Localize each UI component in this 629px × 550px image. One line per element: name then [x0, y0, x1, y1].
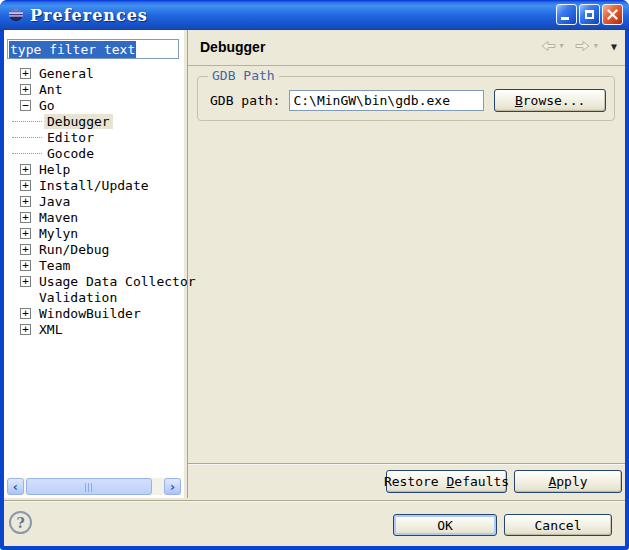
view-menu-icon[interactable]: ▼ [611, 41, 617, 52]
tree-item-debugger[interactable]: Debugger [4, 113, 184, 129]
expand-plus-icon[interactable]: + [20, 180, 31, 191]
navigation-panel: type filter text +General+Ant−GoDebugger… [4, 30, 184, 498]
tree-item-label: XML [36, 322, 65, 337]
expand-plus-icon[interactable]: + [20, 260, 31, 271]
expand-plus-icon[interactable]: + [20, 68, 31, 79]
gdb-path-group: GDB Path GDB path: Browse... [197, 76, 615, 121]
tree-item-label: Team [36, 258, 73, 273]
expand-plus-icon[interactable]: + [20, 276, 31, 287]
tree-item-label: Editor [44, 130, 97, 145]
tree-item-run-debug[interactable]: +Run/Debug [4, 241, 184, 257]
ok-button[interactable]: OK [393, 514, 497, 536]
expand-plus-icon[interactable]: + [20, 212, 31, 223]
filter-input[interactable]: type filter text [7, 39, 179, 59]
page-header: Debugger ▼ ▼ ▼ [188, 30, 625, 66]
settings-panel: Debugger ▼ ▼ ▼ GDB Path GDB path: [188, 30, 625, 498]
help-button[interactable]: ? [9, 511, 32, 534]
tree-item-label: Maven [36, 210, 81, 225]
tree-item-team[interactable]: +Team [4, 257, 184, 273]
gdb-path-label: GDB path: [210, 93, 280, 108]
browse-button[interactable]: Browse... [494, 89, 606, 112]
preferences-dialog: Preferences type filter text +General+An… [0, 0, 629, 550]
back-menu-icon[interactable]: ▼ [560, 42, 564, 50]
tree-item-mylyn[interactable]: +Mylyn [4, 225, 184, 241]
tree-item-usage-data-collector[interactable]: +Usage Data Collector [4, 273, 184, 289]
expand-plus-icon[interactable]: + [20, 84, 31, 95]
group-label: GDB Path [208, 68, 279, 83]
scrollbar-grip-icon [85, 483, 94, 492]
tree-item-java[interactable]: +Java [4, 193, 184, 209]
tree-item-label: Debugger [44, 114, 113, 129]
tree-item-label: Ant [36, 82, 65, 97]
expand-plus-icon[interactable]: + [20, 196, 31, 207]
scrollbar-thumb[interactable] [26, 478, 152, 495]
horizontal-scrollbar[interactable]: ‹ › [7, 478, 181, 495]
tree-item-help[interactable]: +Help [4, 161, 184, 177]
question-mark-icon: ? [16, 515, 24, 531]
collapse-minus-icon[interactable]: − [20, 100, 31, 111]
tree-connector [12, 137, 42, 138]
tree-item-editor[interactable]: Editor [4, 129, 184, 145]
maximize-icon [585, 10, 594, 19]
page-title: Debugger [200, 39, 265, 55]
tree-item-ant[interactable]: +Ant [4, 81, 184, 97]
filter-text: type filter text [9, 41, 136, 58]
scroll-left-icon[interactable]: ‹ [7, 478, 24, 495]
preferences-tree: +General+Ant−GoDebuggerEditorGocode+Help… [4, 65, 184, 337]
tree-item-label: General [36, 66, 97, 81]
close-button[interactable] [602, 4, 623, 25]
tree-item-maven[interactable]: +Maven [4, 209, 184, 225]
tree-item-label: Go [36, 98, 58, 113]
minimize-icon [561, 17, 569, 20]
tree-item-go[interactable]: −Go [4, 97, 184, 113]
minimize-button[interactable] [556, 4, 577, 25]
eclipse-icon [8, 7, 24, 23]
dialog-content: type filter text +General+Ant−GoDebugger… [4, 30, 625, 546]
tree-item-label: Gocode [44, 146, 97, 161]
tree-connector [12, 153, 42, 154]
footer-separator [4, 500, 625, 501]
expand-plus-icon[interactable]: + [20, 244, 31, 255]
buttons-separator [188, 463, 625, 464]
window-title: Preferences [30, 6, 148, 25]
tree-item-label: WindowBuilder [36, 306, 144, 321]
gdb-path-input[interactable] [289, 90, 484, 111]
back-icon[interactable] [540, 40, 557, 52]
titlebar[interactable]: Preferences [0, 0, 629, 30]
forward-icon[interactable] [574, 40, 591, 52]
tree-item-label: Mylyn [36, 226, 81, 241]
close-icon [607, 9, 618, 20]
tree-item-label: Run/Debug [36, 242, 112, 257]
expand-plus-icon[interactable]: + [20, 308, 31, 319]
tree-item-windowbuilder[interactable]: +WindowBuilder [4, 305, 184, 321]
tree-item-validation[interactable]: Validation [4, 289, 184, 305]
restore-defaults-button[interactable]: Restore Defaults [386, 470, 507, 493]
tree-item-install-update[interactable]: +Install/Update [4, 177, 184, 193]
tree-connector [12, 121, 42, 122]
tree-item-label: Java [36, 194, 73, 209]
maximize-button[interactable] [579, 4, 600, 25]
apply-button[interactable]: Apply [514, 470, 622, 493]
forward-menu-icon[interactable]: ▼ [594, 42, 598, 50]
tree-item-xml[interactable]: +XML [4, 321, 184, 337]
expand-plus-icon[interactable]: + [20, 228, 31, 239]
expand-plus-icon[interactable]: + [20, 164, 31, 175]
tree-item-label: Usage Data Collector [36, 274, 199, 289]
tree-item-general[interactable]: +General [4, 65, 184, 81]
tree-item-label: Install/Update [36, 178, 152, 193]
tree-item-gocode[interactable]: Gocode [4, 145, 184, 161]
scroll-right-icon[interactable]: › [164, 478, 181, 495]
cancel-button[interactable]: Cancel [504, 514, 612, 536]
tree-item-label: Validation [36, 290, 120, 305]
tree-item-label: Help [36, 162, 73, 177]
expand-plus-icon[interactable]: + [20, 324, 31, 335]
